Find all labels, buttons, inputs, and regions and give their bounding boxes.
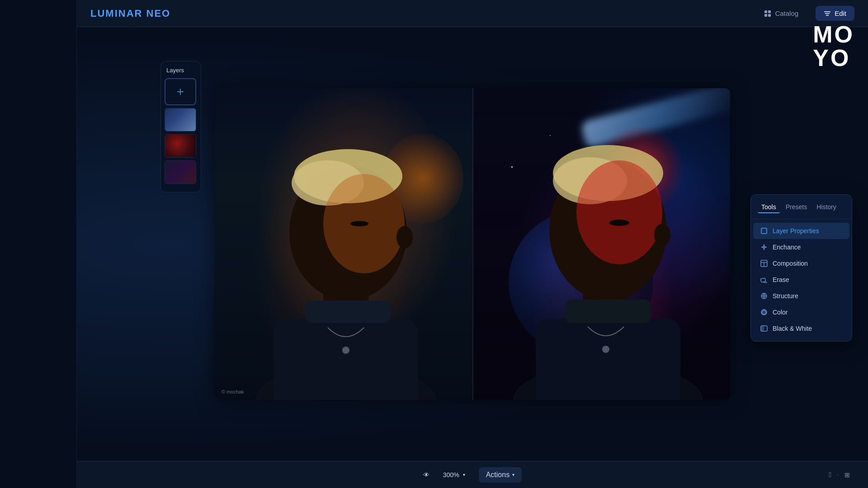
app-logo: LUMINAR NEO [90, 8, 170, 19]
svg-rect-0 [764, 10, 767, 13]
canvas-divider [472, 88, 473, 400]
svg-rect-8 [274, 319, 418, 400]
catalog-button[interactable]: Catalog [756, 6, 807, 21]
svg-rect-1 [768, 10, 771, 13]
canvas-area: Layers + [77, 27, 868, 461]
top-bar: LUMINAR NEO Catalog Edit [77, 0, 868, 27]
bw-icon [760, 324, 768, 333]
svg-point-28 [602, 346, 609, 353]
tool-color[interactable]: Color [753, 304, 849, 320]
zoom-value: 300% [443, 471, 459, 479]
svg-rect-3 [768, 14, 771, 17]
tool-structure[interactable]: Structure [753, 288, 849, 304]
svg-point-17 [342, 347, 349, 354]
apple-icon:  [829, 471, 831, 479]
windows-icon: ⊞ [844, 471, 850, 479]
tab-presets[interactable]: Presets [782, 202, 811, 213]
actions-chevron-icon: ▾ [512, 472, 514, 477]
bottom-bar: 👁 300% ▾ Actions ▾  · ⊞ [77, 461, 868, 488]
edit-button[interactable]: Edit [816, 6, 854, 21]
tool-composition-label: Composition [773, 260, 808, 267]
sparkle-icon [760, 243, 768, 251]
tool-layer-properties-label: Layer Properties [773, 227, 819, 235]
tab-history[interactable]: History [813, 202, 840, 213]
add-layer-button[interactable]: + [165, 78, 196, 105]
edit-label: Edit [835, 9, 846, 17]
logo-accent: NEO [146, 8, 171, 19]
svg-rect-2 [764, 14, 767, 17]
svg-rect-29 [761, 228, 767, 234]
square-icon [760, 227, 768, 235]
svg-point-24 [576, 160, 662, 264]
zoom-chevron: ▾ [463, 472, 465, 477]
layers-panel: Layers + [160, 61, 201, 192]
tool-erase[interactable]: Erase [753, 272, 849, 288]
zoom-control[interactable]: 300% ▾ [443, 471, 465, 479]
actions-label: Actions [486, 471, 509, 479]
image-left: © mochak [215, 88, 472, 400]
tool-layer-properties[interactable]: Layer Properties [753, 223, 849, 239]
layout-icon [760, 259, 768, 267]
copyright: © mochak [222, 389, 244, 394]
svg-point-14 [350, 221, 368, 226]
view-toggle[interactable]: 👁 [423, 471, 429, 479]
portrait-left-svg [228, 93, 463, 400]
tool-enchance-label: Enchance [773, 244, 801, 251]
actions-button[interactable]: Actions ▾ [479, 467, 522, 483]
tool-black-white[interactable]: Black & White [753, 320, 849, 337]
tool-erase-label: Erase [773, 276, 789, 283]
svg-rect-16 [305, 300, 391, 323]
structure-icon [760, 292, 768, 300]
tool-composition[interactable]: Composition [753, 255, 849, 272]
image-right [472, 88, 730, 400]
layers-title: Layers [165, 67, 197, 74]
svg-point-26 [654, 224, 670, 246]
separator: · [837, 470, 839, 479]
svg-rect-19 [536, 319, 680, 400]
tool-structure-label: Structure [773, 292, 798, 300]
left-sidebar [0, 0, 77, 488]
portrait-right-svg [486, 93, 730, 400]
svg-rect-27 [565, 300, 651, 323]
tool-color-label: Color [773, 309, 788, 316]
plus-icon: + [177, 85, 184, 98]
layer-thumbnail-2[interactable] [165, 134, 196, 158]
platform-icons:  · ⊞ [829, 470, 850, 479]
tool-enchance[interactable]: Enchance [753, 239, 849, 255]
svg-rect-39 [761, 326, 764, 331]
svg-point-15 [396, 226, 413, 249]
erase-icon [760, 276, 768, 284]
tab-tools[interactable]: Tools [758, 202, 780, 213]
logo-text: LUMINAR [90, 8, 142, 19]
tools-popup: Tools Presets History Layer Properties [750, 194, 852, 342]
layer-thumbnail-1[interactable] [165, 108, 196, 131]
tools-tabs: Tools Presets History [751, 202, 852, 219]
color-icon [760, 308, 768, 316]
image-container: © mochak [215, 88, 730, 400]
main-content: Layers + [77, 27, 868, 461]
catalog-label: Catalog [775, 9, 798, 17]
layer-thumbnail-3[interactable] [165, 160, 196, 184]
edit-icon [824, 10, 831, 17]
eye-icon: 👁 [423, 471, 429, 479]
svg-point-25 [609, 220, 629, 226]
svg-rect-33 [760, 278, 765, 282]
catalog-icon [764, 10, 771, 17]
tool-black-white-label: Black & White [773, 325, 812, 332]
